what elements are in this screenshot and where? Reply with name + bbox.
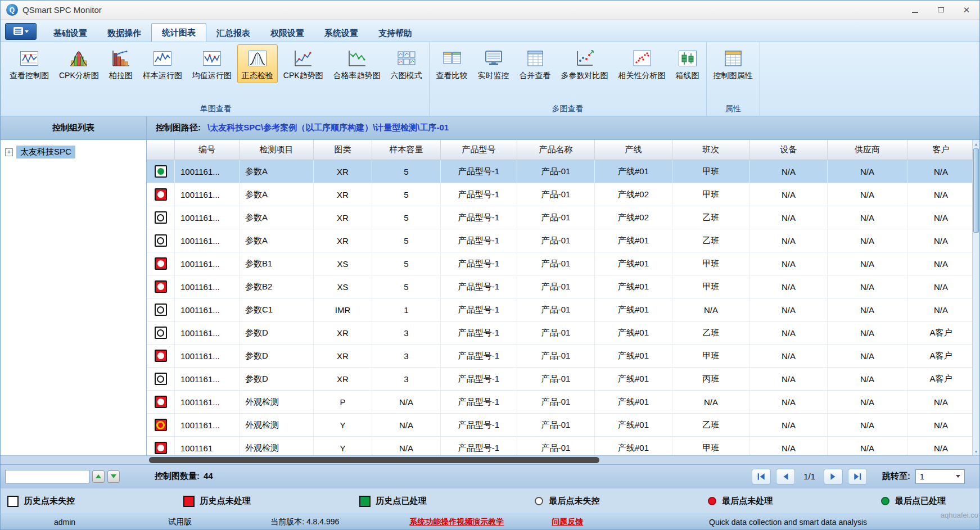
ribbon-button-normality-test[interactable]: 正态检验 bbox=[237, 44, 278, 83]
menu-tab-6[interactable]: 支持帮助 bbox=[368, 25, 422, 42]
ribbon-button-view-compare[interactable]: 查看比较 bbox=[432, 44, 472, 83]
table-cell: 1001161... bbox=[175, 414, 240, 436]
ribbon-button-merge-view[interactable]: 合并查看 bbox=[515, 44, 556, 83]
horizontal-scrollbar[interactable] bbox=[1, 455, 979, 464]
table-row[interactable]: 1001161...参数DXR3产品型号-1产品-01产线#01丙班N/AN/A… bbox=[147, 368, 979, 391]
status-white-dot-icon bbox=[157, 445, 164, 451]
column-header-9[interactable]: 设备 bbox=[750, 140, 828, 160]
column-header-3[interactable]: 图类 bbox=[314, 140, 372, 160]
table-row[interactable]: 1001161...参数AXR5产品型号-1产品-01产线#02甲班N/AN/A… bbox=[147, 183, 979, 206]
table-cell: N/A bbox=[907, 298, 975, 321]
jump-page-select[interactable]: 1 bbox=[915, 469, 965, 484]
column-header-0[interactable] bbox=[147, 140, 175, 160]
ribbon-button-cpk-trend[interactable]: CPK趋势图 bbox=[279, 44, 328, 83]
vertical-scrollbar-thumb[interactable] bbox=[973, 148, 979, 233]
first-page-button[interactable] bbox=[752, 469, 771, 484]
table-row[interactable]: 1001161...参数DXR3产品型号-1产品-01产线#01乙班N/AN/A… bbox=[147, 321, 979, 345]
column-header-5[interactable]: 产品型号 bbox=[441, 140, 517, 160]
table-cell: 参数B2 bbox=[240, 275, 314, 298]
table-cell: 1001161... bbox=[175, 391, 240, 413]
ribbon-button-boxplot[interactable]: 箱线图 bbox=[671, 44, 704, 83]
vertical-scrollbar[interactable]: ▲ ▼ bbox=[972, 140, 979, 455]
column-header-1[interactable]: 编号 bbox=[175, 140, 240, 160]
column-header-2[interactable]: 检测项目 bbox=[240, 140, 314, 160]
next-page-button[interactable] bbox=[824, 469, 843, 484]
move-up-button[interactable] bbox=[92, 470, 105, 483]
ribbon-button-six-chart-mode[interactable]: 六图模式 bbox=[386, 44, 427, 83]
scroll-down-icon[interactable]: ▼ bbox=[973, 447, 979, 455]
status-red-square-icon bbox=[155, 442, 167, 454]
minimize-button[interactable] bbox=[902, 1, 928, 19]
menu-tab-1[interactable]: 数据操作 bbox=[97, 25, 151, 42]
table-row[interactable]: 1001161...参数DXR3产品型号-1产品-01产线#01甲班N/AN/A… bbox=[147, 345, 979, 368]
tree-expander-icon[interactable]: + bbox=[5, 148, 13, 156]
legend-label: 最后点未处理 bbox=[722, 496, 773, 506]
table-row[interactable]: 1001161...参数C1IMR1产品型号-1产品-01产线#01N/AN/A… bbox=[147, 298, 979, 321]
table-cell: 产品-01 bbox=[517, 437, 595, 455]
table-cell: IMR bbox=[314, 298, 372, 321]
table-cell: A客户 bbox=[907, 321, 975, 344]
ribbon-button-mean-run-chart[interactable]: 均值运行图 bbox=[188, 44, 236, 83]
legend-green-square-icon bbox=[359, 496, 371, 507]
ribbon-button-multi-parameter-compare[interactable]: 多参数对比图 bbox=[557, 44, 613, 83]
table-row[interactable]: 1001161...参数B2XS5产品型号-1产品-01产线#01甲班N/AN/… bbox=[147, 275, 979, 298]
table-row[interactable]: 1001161...外观检测YN/A产品型号-1产品-01产线#01乙班N/AN… bbox=[147, 414, 979, 437]
menu-tab-5[interactable]: 系统设置 bbox=[314, 25, 368, 42]
menu-tab-0[interactable]: 基础设置 bbox=[43, 25, 97, 42]
tree-search-input[interactable] bbox=[5, 470, 89, 483]
table-row[interactable]: 1001161...参数AXR5产品型号-1产品-01产线#02乙班N/AN/A… bbox=[147, 206, 979, 229]
ribbon-button-pass-rate-trend[interactable]: 合格率趋势图 bbox=[329, 44, 385, 83]
table-row[interactable]: 1001161...参数AXR5产品型号-1产品-01产线#01甲班N/AN/A… bbox=[147, 160, 979, 183]
ribbon-button-view-control-chart[interactable]: 查看控制图 bbox=[5, 44, 53, 83]
ribbon-button-sample-run-chart[interactable]: 样本运行图 bbox=[138, 44, 187, 83]
app-menu-button[interactable] bbox=[5, 23, 37, 40]
ribbon-button-chart-properties[interactable]: 控制图属性 bbox=[709, 44, 757, 83]
table-cell: 产品-01 bbox=[517, 321, 595, 344]
table-cell: 参数D bbox=[240, 368, 314, 390]
status-white-dot-icon bbox=[157, 260, 164, 267]
column-header-4[interactable]: 样本容量 bbox=[372, 140, 441, 160]
ribbon-button-correlation-analysis[interactable]: 相关性分析图 bbox=[614, 44, 670, 83]
table-row[interactable]: 1001161...参数B1XS5产品型号-1产品-01产线#01甲班N/AN/… bbox=[147, 252, 979, 275]
tree-node-root[interactable]: + 太友科技SPC bbox=[5, 146, 142, 158]
column-header-8[interactable]: 班次 bbox=[672, 140, 750, 160]
legend-green-circle-icon bbox=[881, 497, 889, 505]
table-cell: 产品型号-1 bbox=[441, 183, 517, 206]
close-button[interactable]: ✕ bbox=[954, 1, 979, 19]
column-header-7[interactable]: 产线 bbox=[595, 140, 672, 160]
move-down-button[interactable] bbox=[107, 470, 120, 483]
table-cell: Y bbox=[314, 437, 372, 455]
status-red-square-icon bbox=[155, 280, 167, 293]
table-cell: N/A bbox=[828, 391, 907, 413]
table-cell: N/A bbox=[750, 368, 828, 390]
column-header-10[interactable]: 供应商 bbox=[828, 140, 907, 160]
prev-page-button[interactable] bbox=[776, 469, 795, 484]
ribbon-group-label: 多图查看 bbox=[431, 102, 704, 116]
table-cell: N/A bbox=[828, 321, 907, 344]
ribbon-button-realtime-monitor[interactable]: 实时监控 bbox=[473, 44, 514, 83]
ribbon-button-cpk-analysis[interactable]: CPK分析图 bbox=[55, 44, 103, 83]
feedback-link[interactable]: 问题反馈 bbox=[552, 517, 583, 527]
table-cell: 产品-01 bbox=[517, 252, 595, 275]
table-row[interactable]: 1001161...外观检测PN/A产品型号-1产品-01产线#01N/AN/A… bbox=[147, 391, 979, 414]
table-row[interactable]: 1001161外观检测YN/A产品型号-1产品-01产线#01甲班N/AN/AN… bbox=[147, 437, 979, 455]
ribbon-button-pareto[interactable]: 柏拉图 bbox=[105, 44, 137, 83]
menu-tab-3[interactable]: 汇总报表 bbox=[206, 25, 260, 42]
table-cell: A客户 bbox=[907, 345, 975, 367]
menu-tab-2[interactable]: 统计图表 bbox=[151, 23, 206, 42]
table-row[interactable]: 1001161...参数AXR5产品型号-1产品-01产线#01乙班N/AN/A… bbox=[147, 229, 979, 252]
video-tutorial-link[interactable]: 系统功能操作视频演示教学 bbox=[409, 517, 504, 527]
tree-node-label[interactable]: 太友科技SPC bbox=[16, 146, 75, 158]
menu-tab-4[interactable]: 权限设置 bbox=[260, 25, 314, 42]
ribbon-button-label: 查看比较 bbox=[436, 71, 468, 81]
chart-count-value: 44 bbox=[204, 471, 213, 482]
table-cell: 产线#02 bbox=[595, 206, 672, 229]
column-header-11[interactable]: 客户 bbox=[907, 140, 975, 160]
maximize-button[interactable] bbox=[928, 1, 954, 19]
column-header-6[interactable]: 产品名称 bbox=[517, 140, 595, 160]
last-page-button[interactable] bbox=[848, 469, 867, 484]
table-cell: 产线#01 bbox=[595, 414, 672, 436]
titlebar[interactable]: Q QSmart SPC Monitor ✕ bbox=[1, 1, 979, 20]
horizontal-scrollbar-thumb[interactable] bbox=[149, 457, 599, 463]
scroll-up-icon[interactable]: ▲ bbox=[973, 140, 979, 148]
